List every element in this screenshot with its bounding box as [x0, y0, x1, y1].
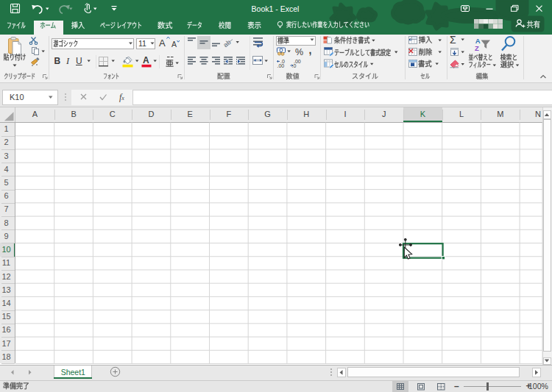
- svg-text:.00: .00: [277, 63, 285, 68]
- svg-text:Z: Z: [475, 44, 479, 52]
